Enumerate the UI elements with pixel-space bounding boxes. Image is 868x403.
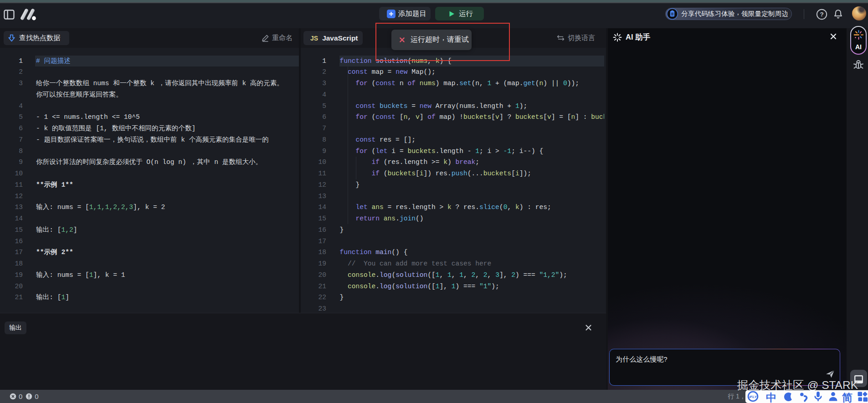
svg-text:?: ? [820,11,823,18]
svg-text:iFLY: iFLY [749,395,757,399]
